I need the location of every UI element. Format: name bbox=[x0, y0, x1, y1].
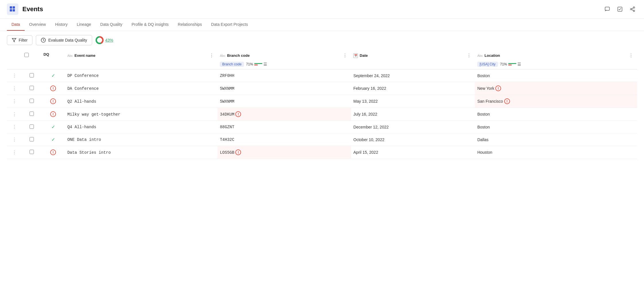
row-checkbox[interactable] bbox=[30, 73, 34, 77]
row-dots-menu[interactable]: ⋮ bbox=[9, 112, 20, 117]
dq-error-icon: ! bbox=[50, 149, 56, 155]
date-cell: April 15, 2022 bbox=[353, 150, 378, 155]
row-dots-menu[interactable]: ⋮ bbox=[9, 150, 20, 155]
toolbar: Filter Evaluate Data Quality 43% bbox=[0, 31, 644, 49]
branch-error-icon: ! bbox=[235, 111, 241, 117]
tab-data-quality[interactable]: Data Quality bbox=[96, 19, 127, 31]
page-title: Events bbox=[22, 5, 43, 13]
date-col-menu[interactable]: ⋮ bbox=[465, 52, 473, 59]
branch-col-label: Branch code bbox=[227, 53, 340, 58]
branch-col-type: Abc bbox=[220, 54, 225, 57]
row-checkbox[interactable] bbox=[30, 112, 34, 116]
share-button[interactable] bbox=[628, 5, 637, 14]
row-dots-menu[interactable]: ⋮ bbox=[9, 99, 20, 104]
table-row: ⋮✓DP ConferenceZRF0HHSeptember 24, 2022B… bbox=[7, 69, 637, 82]
evaluate-button[interactable]: Evaluate Data Quality bbox=[36, 35, 92, 45]
tab-data[interactable]: Data bbox=[7, 19, 25, 31]
evaluate-icon bbox=[41, 38, 46, 43]
svg-rect-2 bbox=[10, 9, 12, 11]
tab-overview[interactable]: Overview bbox=[25, 19, 51, 31]
tab-bar: Data Overview History Lineage Data Quali… bbox=[0, 19, 644, 31]
tab-history[interactable]: History bbox=[51, 19, 72, 31]
tab-lineage[interactable]: Lineage bbox=[72, 19, 96, 31]
data-table-wrap: DQ Abc Event name ⋮ bbox=[0, 49, 644, 159]
branch-dq-tag[interactable]: Branch code bbox=[220, 62, 244, 67]
dq-error-icon: ! bbox=[50, 111, 56, 117]
date-cell: February 16, 2022 bbox=[353, 86, 386, 91]
row-checkbox[interactable] bbox=[30, 86, 34, 90]
tab-export-projects[interactable]: Data Export Projects bbox=[207, 19, 253, 31]
row-dots-menu[interactable]: ⋮ bbox=[9, 124, 20, 130]
date-cell: December 12, 2022 bbox=[353, 125, 389, 129]
event-col-menu[interactable]: ⋮ bbox=[208, 52, 215, 59]
branch-code-cell: 5WXNMM bbox=[220, 86, 234, 91]
location-cell: Dallas bbox=[477, 137, 488, 142]
branch-list-icon[interactable]: ☰ bbox=[263, 62, 267, 67]
row-dots-menu[interactable]: ⋮ bbox=[9, 86, 20, 91]
event-col-label: Event name bbox=[75, 53, 207, 58]
dq-col-label: DQ bbox=[44, 52, 63, 57]
filter-button[interactable]: Filter bbox=[7, 35, 32, 45]
loc-dq-tag[interactable]: [USA] City bbox=[477, 62, 498, 67]
app-header: Events bbox=[0, 0, 644, 19]
svg-line-10 bbox=[632, 9, 633, 10]
branch-code-cell: ZRF0HH bbox=[220, 73, 234, 78]
table-row: ⋮✓Q4 All-hands88GZNTDecember 12, 2022Bos… bbox=[7, 121, 637, 133]
location-cell: Boston bbox=[477, 73, 490, 78]
location-cell: San Francisco bbox=[477, 99, 503, 104]
event-name-cell: DA Conference bbox=[67, 86, 99, 91]
dq-error-icon: ! bbox=[50, 85, 56, 91]
row-checkbox[interactable] bbox=[30, 124, 34, 129]
table-row: ⋮!Q2 All-hands5WXNMMMay 13, 2022San Fran… bbox=[7, 95, 637, 108]
th-row-actions bbox=[7, 49, 22, 69]
th-date: 📅 Date ⋮ bbox=[351, 49, 475, 69]
table-row: ⋮!Data Stories introLOS5GB !April 15, 20… bbox=[7, 146, 637, 159]
branch-col-menu[interactable]: ⋮ bbox=[342, 52, 349, 59]
branch-code-cell: 5WXNMM bbox=[220, 99, 234, 104]
check-square-button[interactable] bbox=[615, 5, 624, 14]
th-event-name: Abc Event name ⋮ bbox=[65, 49, 218, 69]
branch-bar-stack bbox=[254, 63, 262, 65]
loc-bar-red bbox=[508, 65, 512, 65]
branch-error-icon: ! bbox=[235, 149, 241, 155]
filter-icon bbox=[12, 38, 16, 42]
dq-score[interactable]: 43% bbox=[96, 36, 113, 44]
header-actions bbox=[603, 5, 637, 14]
branch-code-cell: T4H32C bbox=[220, 137, 234, 142]
date-col-label: Date bbox=[360, 53, 464, 58]
event-name-cell: Data Stories intro bbox=[67, 150, 111, 155]
loc-bar-green bbox=[508, 63, 516, 64]
row-dots-menu[interactable]: ⋮ bbox=[9, 73, 20, 78]
loc-pct-bar: 71% ☰ bbox=[500, 62, 521, 67]
loc-col-label: Location bbox=[484, 53, 626, 58]
location-error-icon: ! bbox=[504, 98, 510, 104]
location-cell: Boston bbox=[477, 125, 490, 129]
svg-marker-12 bbox=[12, 38, 16, 42]
row-checkbox[interactable] bbox=[30, 99, 34, 103]
table-row: ⋮!Milky way get-together34DKUM !July 16,… bbox=[7, 108, 637, 121]
filter-label: Filter bbox=[19, 38, 28, 42]
svg-rect-0 bbox=[10, 6, 12, 9]
location-cell: Boston bbox=[477, 112, 490, 116]
location-error-icon: ! bbox=[495, 85, 501, 91]
th-location: Abc Location ⋮ [USA] City 71% bbox=[475, 49, 637, 69]
dq-ok-icon: ✓ bbox=[51, 124, 55, 129]
loc-list-icon[interactable]: ☰ bbox=[517, 62, 521, 67]
row-checkbox[interactable] bbox=[30, 150, 34, 154]
event-name-cell: Milky way get-together bbox=[67, 112, 121, 117]
dq-circle-chart bbox=[96, 36, 104, 44]
tab-relationships[interactable]: Relationships bbox=[173, 19, 207, 31]
select-all-checkbox[interactable] bbox=[24, 53, 29, 57]
row-dots-menu[interactable]: ⋮ bbox=[9, 137, 20, 142]
location-cell: Houston bbox=[477, 150, 492, 155]
loc-col-menu[interactable]: ⋮ bbox=[628, 52, 635, 59]
branch-bar-red bbox=[254, 65, 258, 65]
comment-button[interactable] bbox=[603, 5, 612, 14]
data-table: DQ Abc Event name ⋮ bbox=[7, 49, 637, 159]
loc-bar-stack bbox=[508, 63, 516, 65]
branch-bar-green bbox=[254, 63, 262, 64]
tab-profile-dq[interactable]: Profile & DQ insights bbox=[127, 19, 173, 31]
event-name-cell: Q4 All-hands bbox=[67, 125, 96, 129]
row-checkbox[interactable] bbox=[30, 137, 34, 141]
svg-rect-1 bbox=[13, 6, 15, 9]
